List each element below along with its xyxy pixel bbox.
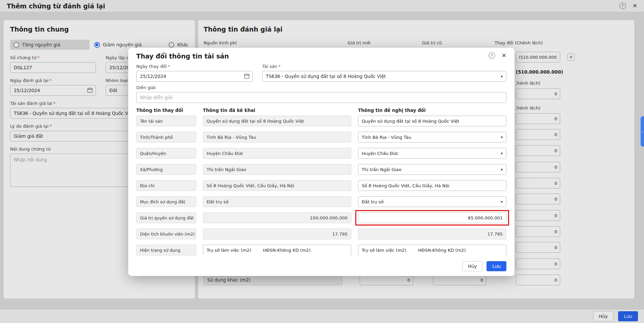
row-label-tinh-thanh-pho: Tỉnh/Thành phố: [136, 132, 196, 143]
change-date-input[interactable]: [136, 71, 253, 82]
proposed-tinh-select[interactable]: Tỉnh Bà Rịa - Vũng Tàu ▾: [358, 132, 506, 143]
row-label-ten-tai-san: Tên tài sản: [136, 116, 196, 126]
chevron-down-icon: ▾: [501, 74, 503, 79]
proposed-gia-tri-input[interactable]: [358, 212, 506, 223]
declared-quan-huyen: Huyện Châu Đức: [203, 148, 351, 159]
asset-change-grid: Tên tài sản Quyền sử dụng đất tại số 8 H…: [128, 116, 514, 255]
row-label-dia-chi: Địa chỉ: [136, 180, 196, 191]
modal-save-button[interactable]: Lưu: [487, 261, 506, 271]
proposed-xa-phuong-select[interactable]: Thị trấn Ngãi Giao ▾: [358, 164, 506, 175]
declared-tinh-thanh-pho: Tỉnh Bà Rịa - Vũng Tàu: [203, 132, 351, 143]
selected-value: Tỉnh Bà Rịa - Vũng Tàu: [362, 135, 411, 140]
description-input[interactable]: [136, 92, 506, 103]
field-tai-san: Tài sản* TS636 - Quyền sử dụng đất tại s…: [262, 64, 506, 82]
required-marker: *: [278, 64, 281, 69]
proposed-quan-huyen-select[interactable]: Huyện Châu Đức ▾: [358, 148, 506, 159]
selected-value: Thị trấn Ngãi Giao: [362, 167, 401, 172]
change-asset-modal: Thay đổi thông tin tài sản ? ✕ Ngày thay…: [128, 48, 514, 276]
declared-xa-phuong: Thị trấn Ngãi Giao: [203, 164, 351, 175]
row-label-gia-tri-quyen-su-dung: Giá trị quyền sử dụng đất: [136, 212, 196, 223]
modal-cancel-button[interactable]: Hủy: [462, 261, 483, 271]
proposed-gia-tri-wrap: [358, 212, 506, 223]
row-label-quan-huyen: Quận/Huyện: [136, 148, 196, 159]
modal-close-icon[interactable]: ✕: [502, 53, 506, 58]
calendar-icon[interactable]: [244, 73, 250, 79]
field-ngay-thay-doi: Ngày thay đổi*: [136, 64, 253, 82]
sub-label-hdsn: HĐSN-Không KD (m2): [263, 248, 311, 253]
proposed-hien-trang: Trụ sở làm việc (m2) HĐSN-Không KD (m2): [358, 245, 506, 255]
selected-value: Đất trụ sở: [362, 199, 384, 204]
sub-label-hdsn: HĐSN-Không KD (m2): [418, 248, 466, 253]
grid-header-thong-tin-thay-doi: Thông tin thay đổi: [136, 108, 196, 113]
grid-header-da-ke-khai: Thông tin đã kê khai: [203, 108, 351, 113]
declared-dien-tich: 17.795: [203, 229, 351, 239]
modal-help-icon[interactable]: ?: [489, 52, 495, 59]
proposed-ten-tai-san-input[interactable]: [358, 116, 506, 126]
grid-header-de-nghi-thay-doi: Thông tin đề nghị thay đổi: [358, 108, 506, 113]
row-label-dien-tich: Diện tích khuôn viên (m2): [136, 229, 196, 239]
chevron-down-icon: ▾: [501, 135, 503, 139]
declared-muc-dich: Đất trụ sở: [203, 196, 351, 207]
sub-label-tru-so: Trụ sở làm việc (m2): [362, 248, 418, 253]
chevron-down-icon: ▾: [501, 167, 503, 172]
row-label-xa-phuong: Xã/Phường: [136, 164, 196, 175]
row-label-muc-dich: Mục đích sử dụng đất: [136, 196, 196, 207]
field-label: Diễn giải: [136, 85, 155, 90]
field-dien-giai: Diễn giải: [128, 82, 514, 103]
chevron-down-icon: ▾: [501, 200, 503, 204]
panel-expand-handle[interactable]: ‹: [641, 116, 644, 147]
sub-label-tru-so: Trụ sở làm việc (m2): [207, 248, 263, 253]
declared-dia-chi: Số 8 Hoàng Quốc Việt, Cầu Giấy, Hà Nội: [203, 180, 351, 191]
declared-hien-trang: Trụ sở làm việc (m2) HĐSN-Không KD (m2): [203, 245, 351, 255]
selected-value: Huyện Châu Đức: [362, 151, 398, 156]
declared-gia-tri: 100.000.000.000: [203, 212, 351, 223]
declared-ten-tai-san: Quyền sử dụng đất tại số 8 Hoàng Quốc Vi…: [203, 116, 351, 126]
proposed-dien-tich: 17.795: [358, 229, 506, 239]
modal-asset-select[interactable]: TS636 - Quyền sử dụng đất tại số 8 Hoàng…: [262, 71, 506, 82]
chevron-down-icon: ▾: [501, 151, 503, 156]
proposed-dia-chi-input[interactable]: [358, 180, 506, 191]
field-label: Ngày thay đổi: [136, 64, 167, 69]
proposed-muc-dich-select[interactable]: Đất trụ sở ▾: [358, 196, 506, 207]
row-label-hien-trang: Hiện trạng sử dụng: [136, 245, 196, 255]
selected-value: TS636 - Quyền sử dụng đất tại số 8 Hoàng…: [266, 74, 386, 79]
modal-title: Thay đổi thông tin tài sản: [136, 52, 229, 60]
field-label: Tài sản: [262, 64, 277, 69]
required-marker: *: [168, 64, 170, 69]
